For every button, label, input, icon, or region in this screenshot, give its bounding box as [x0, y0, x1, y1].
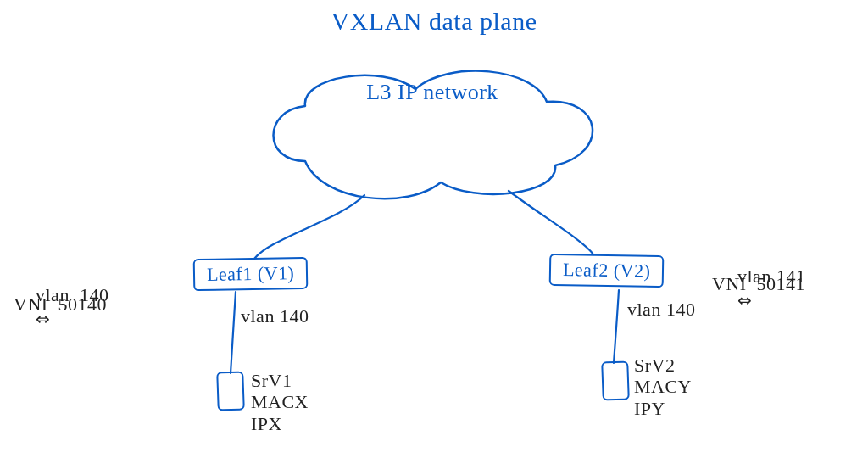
leaf2-downlink-vlan: vlan 140 [627, 299, 695, 320]
link-leaf1-srv1 [231, 292, 236, 373]
leaf1-vni-mapping: VNI 50140 [14, 293, 107, 315]
srv2-mac: MACY [634, 376, 692, 397]
diagram-title: VXLAN data plane [0, 7, 868, 36]
srv1-ip: IPX [251, 413, 282, 434]
leaf2-node: Leaf2 (V2) [549, 254, 665, 288]
srv1-name: SrV1 [251, 370, 292, 391]
link-leaf2-srv2 [614, 290, 619, 363]
l3-cloud: L3 IP network [254, 59, 610, 212]
server1-icon [216, 371, 245, 411]
leaf1-downlink-vlan: vlan 140 [241, 305, 309, 327]
srv2-name: SrV2 [634, 355, 675, 376]
leaf1-label: Leaf1 (V1) [207, 262, 295, 285]
cloud-label: L3 IP network [254, 80, 610, 105]
server1-labels: SrV1 MACX IPX [251, 370, 309, 434]
leaf2-vni-mapping: VNI 50141 [712, 273, 805, 294]
leaf2-label: Leaf2 (V2) [563, 259, 651, 282]
server2-icon [601, 360, 630, 400]
diagram-stage: VXLAN data plane L3 IP network Leaf1 (V1… [0, 0, 868, 475]
srv2-ip: IPY [634, 398, 665, 419]
leaf1-node: Leaf1 (V1) [193, 257, 309, 291]
srv1-mac: MACX [251, 391, 309, 412]
server2-labels: SrV2 MACY IPY [634, 355, 692, 419]
